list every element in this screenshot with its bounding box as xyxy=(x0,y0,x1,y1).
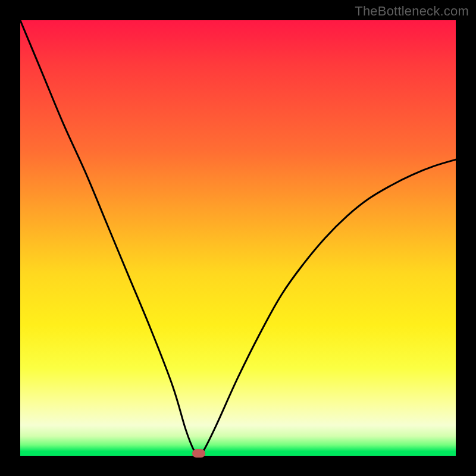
watermark-text: TheBottleneck.com xyxy=(355,4,469,19)
chart-frame: TheBottleneck.com xyxy=(0,0,476,476)
minimum-marker xyxy=(192,449,205,458)
chart-plot-area xyxy=(20,20,456,456)
chart-curve xyxy=(20,20,456,456)
